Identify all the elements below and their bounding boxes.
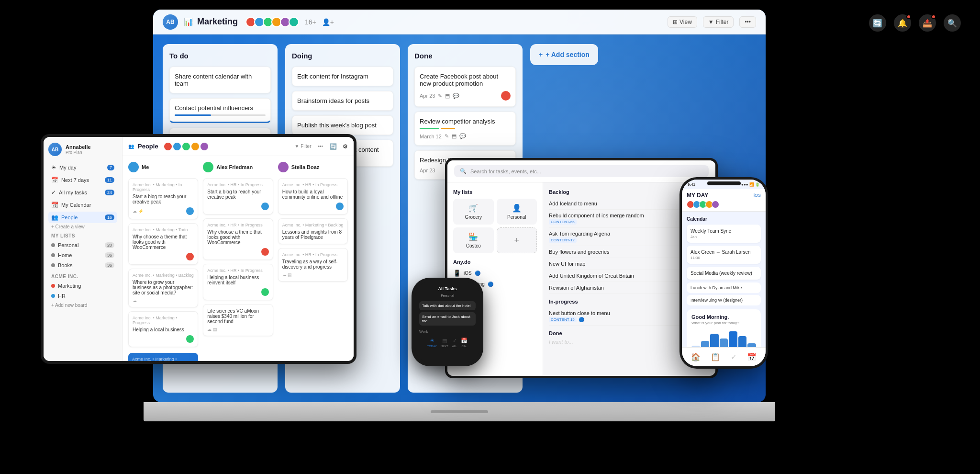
- kanban-card[interactable]: Create Facebook post about new product p…: [414, 67, 516, 107]
- create-view-link[interactable]: + Create a view: [51, 224, 117, 229]
- kanban-card[interactable]: Contact potential influencers: [169, 98, 271, 123]
- ipad-kanban-card[interactable]: Acme Inc. • HR • In Progress How to buil…: [278, 178, 348, 214]
- apple-watch-device: All Tasks Personal Talk with dad about t…: [412, 278, 483, 366]
- kanban-card[interactable]: Publish this week's blog post: [292, 115, 393, 135]
- add-board-link[interactable]: + Add new board: [48, 303, 117, 308]
- iphone-task-3[interactable]: Social Media (weekly review): [687, 267, 761, 280]
- iphone-app-title: MY DAY: [687, 192, 708, 199]
- iphone-task-2[interactable]: Alex Green → Sarah Larsen 11:30: [687, 246, 761, 264]
- board-item-marketing[interactable]: Marketing: [48, 281, 117, 291]
- ipad-card-featured[interactable]: Acme Inc. • Marketing • Progress Life sc…: [128, 353, 198, 361]
- refresh-btn[interactable]: 🔄: [330, 143, 337, 150]
- all-label: ALL: [452, 345, 457, 348]
- view-button[interactable]: ⊞ View: [668, 16, 697, 28]
- iphone-task-1[interactable]: Weekly Team Sync Jan: [687, 225, 761, 243]
- watch-nav: ☀ TODAY ▤ NEXT ✓ ALL 📅 CAL: [427, 338, 468, 348]
- ipad-kanban-card[interactable]: Acme Inc. • Marketing • Backlog Lessons …: [278, 218, 348, 244]
- card-footer: [282, 203, 344, 210]
- team-avatar-6: [289, 17, 299, 27]
- task-text: Buy flowers and groceries: [549, 249, 610, 255]
- ipad-kanban-card[interactable]: Acme Inc. • Marketing • Progress Helping…: [128, 311, 198, 347]
- notification-icon[interactable]: 🔔: [894, 14, 911, 32]
- list-item-books[interactable]: Books 36: [48, 260, 117, 270]
- tasks-nav-icon[interactable]: 📋: [711, 352, 720, 361]
- ipad-kanban-board: Me Acme Inc. • Marketing • In Progress S…: [122, 156, 354, 361]
- card-avatar: [336, 203, 344, 210]
- ipad-left-screen: AB Annabelle Pro Plan ☀ My day 7 📅 Next …: [44, 137, 354, 361]
- ipad-kanban-card[interactable]: Acme Inc. • Marketing • Backlog Where to…: [128, 269, 198, 307]
- cal-label: CAL: [462, 345, 468, 348]
- kanban-card[interactable]: Brainstorm ideas for posts: [292, 91, 393, 111]
- task-badge: CONTENT-66: [549, 219, 577, 225]
- kanban-card[interactable]: Review competitor analysis March 12 ✎⬒💬: [414, 112, 516, 146]
- col-header-me: Me: [128, 162, 198, 172]
- ipad-search-bar: 🔍 Search for tasks, events, etc...: [447, 160, 715, 182]
- watch-nav-today[interactable]: ☀ TODAY: [427, 338, 437, 348]
- ipad-kanban-card[interactable]: Acme Inc. • HR • In Progress Helping a l…: [203, 264, 273, 300]
- calendar-nav-icon[interactable]: 📅: [747, 352, 757, 361]
- personal-badge: 20: [105, 242, 114, 248]
- grocery-card[interactable]: 🛒 Grocery: [453, 199, 494, 225]
- kanban-card[interactable]: Edit content for Instagram: [292, 67, 393, 86]
- watch-task-2[interactable]: Send an email to Jack about the...: [419, 312, 476, 326]
- ipad-kanban-card[interactable]: Acme Inc. • HR • In Progress Start a blo…: [203, 178, 273, 214]
- ios-icon: 📱: [453, 270, 461, 277]
- add-list-card[interactable]: +: [497, 227, 537, 253]
- iphone-task-5[interactable]: Interview Jing W (designer): [687, 295, 761, 305]
- more-button[interactable]: •••: [739, 16, 756, 28]
- search-icon[interactable]: 🔍: [944, 14, 961, 32]
- card-text: Edit content for Instagram: [297, 73, 368, 80]
- marketing-icon: 📊: [184, 17, 193, 26]
- nav-item-alltasks[interactable]: ✓ All my tasks 24: [48, 187, 117, 198]
- home-nav-icon[interactable]: 🏠: [691, 352, 701, 361]
- nav-item-myday[interactable]: ☀ My day 7: [48, 162, 117, 173]
- more-btn[interactable]: •••: [318, 144, 323, 149]
- nav-item-calendar[interactable]: 📆 My Calendar: [48, 199, 117, 211]
- task-text: Social Media (weekly review): [690, 271, 757, 276]
- list-item-home[interactable]: Home 36: [48, 250, 117, 260]
- nav-item-next7[interactable]: 📅 Next 7 days 11: [48, 174, 117, 186]
- today-icon: ☀: [430, 338, 434, 344]
- board-label: Marketing: [58, 283, 81, 289]
- list-item-personal[interactable]: Personal 20: [48, 240, 117, 250]
- search-input[interactable]: 🔍 Search for tasks, events, etc...: [454, 165, 709, 177]
- anydo-ios[interactable]: 📱 iOS 🔵: [453, 268, 537, 279]
- iphone-task-4[interactable]: Lunch with Dylan and Mike: [687, 282, 761, 293]
- watch-nav-next[interactable]: ▤ NEXT: [441, 338, 448, 348]
- settings-btn[interactable]: ⚙: [343, 143, 348, 150]
- board-label: HR: [58, 293, 66, 299]
- share-icon[interactable]: 📤: [919, 14, 936, 32]
- ipad-avatar: AB: [48, 143, 62, 156]
- card-text: Helping a local business reinvent itself: [207, 275, 268, 285]
- card-text: Create Facebook post about new product p…: [420, 73, 498, 87]
- watch-task-1[interactable]: Talk with dad about the hotel: [419, 301, 476, 310]
- kanban-card[interactable]: Share content calendar with team: [169, 67, 271, 93]
- nav-item-people[interactable]: 👥 People 16: [48, 212, 117, 223]
- watch-nav-calendar[interactable]: 📅 CAL: [461, 338, 468, 348]
- card-footer: ☁ ⚡: [133, 207, 194, 215]
- calendar-section-title: Calendar: [687, 216, 761, 222]
- task-text: Send an email to Jack about the...: [422, 315, 473, 323]
- add-section-button[interactable]: + + Add section: [530, 44, 598, 65]
- filter-button[interactable]: ▼ Filter: [703, 16, 734, 28]
- watch-nav-alltasks[interactable]: ✓ ALL: [452, 338, 457, 348]
- refresh-icon[interactable]: 🔄: [869, 14, 886, 32]
- macbook-notch: [431, 410, 488, 413]
- filter-btn[interactable]: ▼ Filter: [295, 144, 312, 149]
- ipad-left-device: AB Annabelle Pro Plan ☀ My day 7 📅 Next …: [41, 134, 356, 364]
- grocery-label: Grocery: [457, 214, 490, 220]
- ipad-kanban-card[interactable]: Acme Inc. • HR • In Progress Traveling a…: [278, 248, 348, 282]
- scene: 🔄 🔔 📤 🔍 AB 📊 Marketing: [0, 0, 980, 474]
- ipad-kanban-card[interactable]: Acme Inc. • Marketing • Todo Why choose …: [128, 223, 198, 265]
- ipad-kanban-card[interactable]: Acme Inc. • Marketing • In Progress Star…: [128, 178, 198, 219]
- card-avatar: [186, 253, 194, 260]
- progress-fill: [175, 114, 211, 116]
- ipad-kanban-card[interactable]: Life sciences VC aMoon raises $340 milli…: [203, 304, 273, 336]
- costco-card[interactable]: 🏪 Costco: [453, 227, 494, 253]
- ipad-kanban-card[interactable]: Acme Inc. • HR • In Progress Why choose …: [203, 218, 273, 260]
- add-section-label: + Add section: [546, 51, 590, 58]
- myday-icon: ☀: [51, 164, 56, 171]
- check-nav-icon[interactable]: ✓: [731, 352, 737, 361]
- board-item-hr[interactable]: HR: [48, 291, 117, 301]
- personal-card[interactable]: 👤 Personal: [497, 199, 537, 225]
